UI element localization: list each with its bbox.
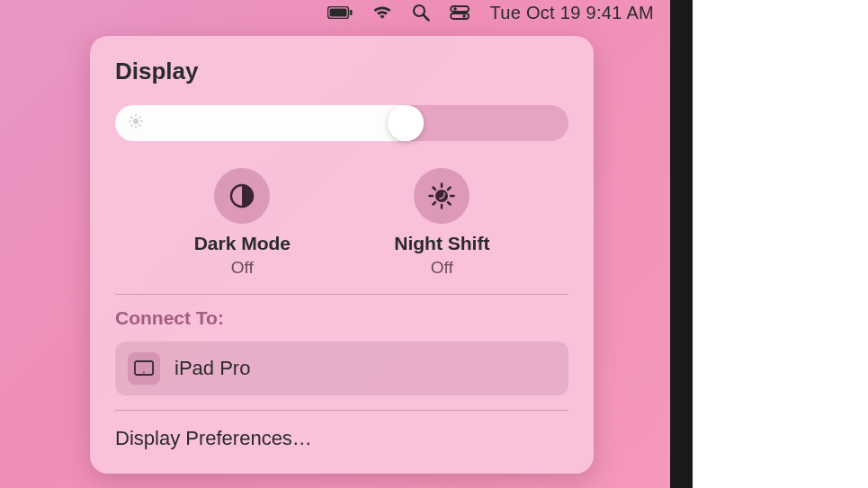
battery-icon[interactable] bbox=[327, 6, 353, 19]
svg-point-6 bbox=[454, 7, 458, 11]
svg-line-17 bbox=[139, 117, 140, 118]
offscreen-area bbox=[693, 0, 868, 488]
svg-point-19 bbox=[435, 190, 448, 202]
night-shift-label: Night Shift bbox=[394, 233, 489, 254]
spotlight-icon[interactable] bbox=[412, 4, 430, 22]
svg-line-25 bbox=[448, 202, 451, 205]
night-shift-toggle[interactable]: Night Shift Off bbox=[394, 168, 489, 278]
night-shift-status: Off bbox=[431, 258, 453, 278]
menubar-datetime[interactable]: Tue Oct 19 9:41 AM bbox=[489, 3, 654, 23]
wifi-icon[interactable] bbox=[372, 5, 392, 20]
svg-point-29 bbox=[143, 372, 145, 374]
svg-line-27 bbox=[448, 188, 451, 191]
connect-to-label: Connect To: bbox=[115, 307, 568, 329]
svg-rect-2 bbox=[350, 10, 353, 15]
svg-line-16 bbox=[131, 125, 132, 126]
device-name: iPad Pro bbox=[174, 357, 250, 380]
brightness-slider-thumb[interactable] bbox=[388, 105, 424, 141]
svg-line-14 bbox=[131, 117, 132, 118]
svg-rect-7 bbox=[451, 13, 469, 19]
divider bbox=[115, 410, 568, 411]
device-ipad-pro[interactable]: iPad Pro bbox=[115, 342, 568, 395]
svg-line-24 bbox=[434, 188, 436, 191]
svg-line-4 bbox=[424, 15, 429, 21]
svg-point-9 bbox=[133, 119, 139, 124]
divider bbox=[115, 294, 568, 295]
dark-mode-status: Off bbox=[231, 258, 254, 278]
svg-rect-1 bbox=[330, 9, 347, 17]
brightness-slider-fill bbox=[115, 105, 424, 141]
menubar: Tue Oct 19 9:41 AM bbox=[0, 0, 670, 25]
dark-mode-toggle[interactable]: Dark Mode Off bbox=[194, 168, 291, 278]
control-center-icon[interactable] bbox=[450, 5, 470, 20]
ipad-icon bbox=[128, 352, 160, 385]
night-shift-icon bbox=[414, 168, 470, 224]
display-preferences-link[interactable]: Display Preferences… bbox=[115, 423, 568, 454]
dark-mode-icon bbox=[214, 168, 270, 224]
panel-title: Display bbox=[115, 58, 568, 85]
svg-line-15 bbox=[139, 125, 140, 126]
display-panel: Display Dark Mode Off Night Shift Off Co… bbox=[90, 36, 594, 474]
dark-mode-label: Dark Mode bbox=[194, 233, 291, 254]
screen-bezel bbox=[670, 0, 693, 488]
svg-point-8 bbox=[463, 14, 467, 18]
brightness-low-icon bbox=[128, 113, 144, 133]
svg-rect-5 bbox=[451, 6, 469, 12]
toggle-row: Dark Mode Off Night Shift Off bbox=[115, 168, 568, 278]
svg-line-26 bbox=[434, 202, 436, 205]
brightness-slider[interactable] bbox=[115, 105, 568, 141]
